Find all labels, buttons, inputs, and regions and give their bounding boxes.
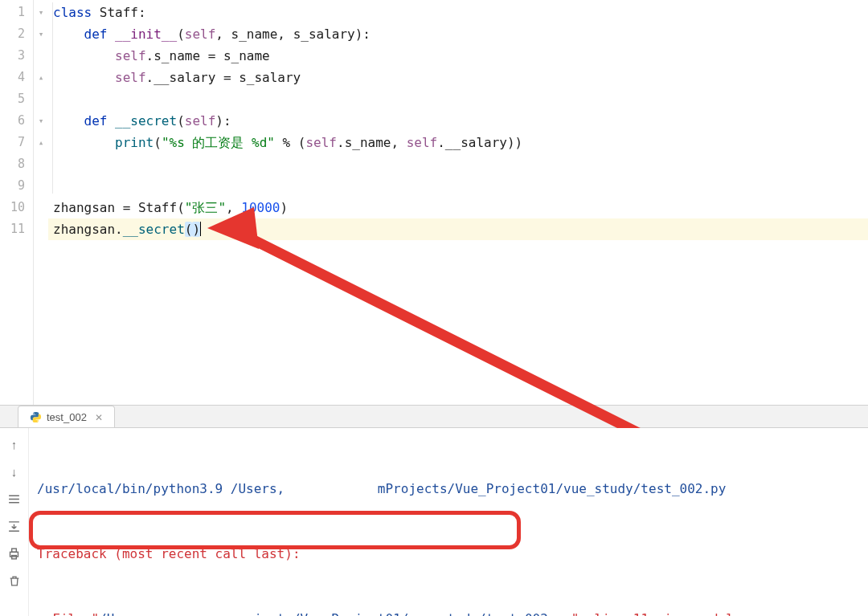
line-number: 8 [0, 153, 33, 175]
text-cursor [200, 222, 201, 236]
line-number: 5 [0, 88, 33, 110]
code-editor[interactable]: 1 2 3 4 5 6 7 8 9 10 11 ▾ ▾ ▴ ▾ ▴ class … [0, 0, 868, 406]
line-number: 1 [0, 2, 33, 23]
python-icon [30, 411, 42, 423]
fold-toggle-icon[interactable]: ▾ [34, 110, 48, 132]
ide-window: 1 2 3 4 5 6 7 8 9 10 11 ▾ ▾ ▴ ▾ ▴ class … [0, 0, 868, 616]
console-output[interactable]: /usr/local/bin/python3.9 /Users, mProjec… [29, 428, 868, 616]
console-toolbar: ↑ ↓ [0, 428, 29, 616]
code-area[interactable]: class Staff: def __init__(self, s_name, … [48, 0, 868, 405]
run-tabs-row: test_002 ✕ [0, 406, 868, 428]
line-number-gutter: 1 2 3 4 5 6 7 8 9 10 11 [0, 0, 34, 405]
up-arrow-icon[interactable]: ↑ [6, 436, 23, 452]
line-number: 3 [0, 45, 33, 67]
line-number: 4 [0, 67, 33, 88]
line-number: 9 [0, 175, 33, 197]
run-tab-label: test_002 [47, 411, 87, 423]
fold-toggle-icon[interactable]: ▾ [34, 2, 48, 23]
run-tab[interactable]: test_002 ✕ [18, 406, 115, 427]
fold-end-icon: ▴ [34, 67, 48, 88]
print-icon[interactable] [6, 545, 23, 561]
indent-guide [52, 2, 53, 194]
fold-end-icon: ▴ [34, 132, 48, 153]
line-number: 7 [0, 132, 33, 153]
close-icon[interactable]: ✕ [95, 412, 103, 423]
current-line[interactable]: zhangsan.__secret() [48, 218, 868, 240]
run-tool-window: ↑ ↓ /usr/local/bin/python3.9 /Users, mPr… [0, 428, 868, 616]
line-number: 6 [0, 110, 33, 132]
down-arrow-icon[interactable]: ↓ [6, 463, 23, 479]
fold-column: ▾ ▾ ▴ ▾ ▴ [34, 0, 48, 405]
line-number: 2 [0, 23, 33, 45]
svg-rect-3 [12, 549, 17, 552]
soft-wrap-icon[interactable] [6, 491, 23, 507]
scroll-to-end-icon[interactable] [6, 518, 23, 534]
fold-toggle-icon[interactable]: ▾ [34, 23, 48, 45]
line-number: 11 [0, 218, 33, 240]
line-number: 10 [0, 197, 33, 218]
trash-icon[interactable] [6, 573, 23, 589]
